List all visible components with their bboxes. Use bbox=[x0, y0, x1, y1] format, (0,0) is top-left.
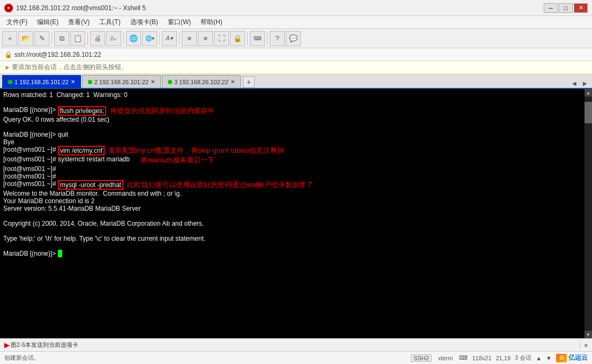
tabs-bar: 1 192.168.26.101:22 ✕ 2 192.168.26.101:2… bbox=[0, 74, 592, 89]
menu-bar: 文件(F) 编辑(E) 查看(V) 工具(T) 选项卡(B) 窗口(W) 帮助(… bbox=[0, 16, 592, 29]
tb-msg[interactable]: 💬 bbox=[286, 31, 301, 46]
term-line-5 bbox=[3, 123, 581, 131]
tb-font[interactable]: A▾ bbox=[162, 31, 177, 46]
scrollbar-thumb[interactable] bbox=[584, 102, 592, 123]
tab-3-label: 3 192.168.26.102:22 bbox=[174, 79, 228, 85]
rows-cols-icon: ⌨ bbox=[459, 354, 468, 361]
menu-view[interactable]: 查看(V) bbox=[64, 17, 94, 28]
tab-3-close[interactable]: ✕ bbox=[231, 79, 235, 85]
terminal-wrapper: Rows matched: 1 Changed: 1 Warnings: 0 M… bbox=[0, 89, 592, 338]
menu-tab[interactable]: 选项卡(B) bbox=[126, 17, 162, 28]
menu-tools[interactable]: 工具(T) bbox=[95, 17, 124, 28]
term-line-17: Copyright (c) 2000, 2014, Oracle, MariaD… bbox=[3, 220, 581, 227]
tb-print[interactable]: 🖨 bbox=[90, 31, 105, 46]
term-line-19: Type 'help;' or '\h' for help. Type '\c'… bbox=[3, 235, 581, 242]
tb-edit[interactable]: ✎ bbox=[34, 31, 49, 46]
scrollbar-track bbox=[584, 96, 592, 331]
terminal[interactable]: Rows matched: 1 Changed: 1 Warnings: 0 M… bbox=[0, 89, 584, 338]
tab-dot-3 bbox=[168, 80, 172, 84]
tabs-next-button[interactable]: ▶ bbox=[580, 78, 590, 88]
status-menu-btn[interactable]: ≡ bbox=[584, 342, 588, 348]
ssh-label: SSH2 bbox=[411, 354, 432, 362]
term-line-12: [root@vms001 ~]# mysql -uroot -predhat 此… bbox=[3, 180, 581, 190]
term-line-6: MariaDB [(none)]> quit bbox=[3, 131, 581, 138]
tb-new[interactable]: ＋ bbox=[2, 31, 17, 46]
term-line-1: Rows matched: 1 Changed: 1 Warnings: 0 bbox=[3, 91, 581, 99]
term-line-11: [root@vms001 ~]# bbox=[3, 173, 581, 180]
tb-separator-3 bbox=[123, 32, 124, 45]
address-text[interactable]: ssh://root@192.168.26.101:22 bbox=[14, 51, 101, 58]
terminal-scrollbar[interactable]: ▲ ▼ bbox=[584, 89, 592, 338]
tb-separator-4 bbox=[159, 32, 160, 45]
tb-separator-1 bbox=[51, 32, 52, 45]
toolbar: ＋ 📂 ✎ ⧉ 📋 🖨 ⎙▾ 🌐 🌐▾ A▾ ⊕ ⊗ ⛶ 🔒 ⌨ ? 💬 bbox=[0, 29, 592, 48]
tab-2[interactable]: 2 192.168.26.101:22 ✕ bbox=[82, 75, 161, 88]
menu-window[interactable]: 窗口(W) bbox=[164, 17, 195, 28]
send-icon: ▶ bbox=[4, 341, 10, 349]
new-session-label: 创建新会话。 bbox=[4, 354, 40, 362]
term-line-14: Your MariaDB connection id is 2 bbox=[3, 197, 581, 205]
term-line-18 bbox=[3, 227, 581, 235]
tb-copy[interactable]: ⧉ bbox=[54, 31, 69, 46]
close-button[interactable]: ✕ bbox=[574, 3, 588, 13]
minimize-button[interactable]: ─ bbox=[544, 3, 558, 13]
session-up-btn[interactable]: ▲ bbox=[536, 355, 542, 361]
bottom-bar: 创建新会话。 SSH2 xterm ⌨ 118x21 21,19 3 会话 ▲ … bbox=[0, 351, 592, 364]
menu-help[interactable]: 帮助(H) bbox=[196, 17, 227, 28]
scroll-up-button[interactable]: ▲ bbox=[584, 89, 592, 96]
tb-fullscreen[interactable]: ⛶ bbox=[214, 31, 229, 46]
menu-edit[interactable]: 编辑(E) bbox=[33, 17, 63, 28]
tb-separator-5 bbox=[179, 32, 180, 45]
tab-1[interactable]: 1 192.168.26.101:22 ✕ bbox=[2, 75, 81, 88]
tb-paste[interactable]: 📋 bbox=[70, 31, 85, 46]
tab-dot-1 bbox=[8, 80, 12, 84]
tab-3[interactable]: 3 192.168.26.102:22 ✕ bbox=[162, 75, 241, 88]
yiyun-text: 亿运云 bbox=[568, 353, 588, 362]
cmd-vim: vim /etc/my.cnf bbox=[58, 146, 105, 155]
tabs-prev-button[interactable]: ◀ bbox=[569, 78, 579, 88]
window-title: 192.168.26.101:22 root@vms001:~ - Xshell… bbox=[16, 4, 544, 12]
maximize-button[interactable]: □ bbox=[559, 3, 573, 13]
term-line-16 bbox=[3, 212, 581, 220]
tb-separator-2 bbox=[87, 32, 88, 45]
cmd-flush: flush privileges; bbox=[58, 106, 107, 116]
term-line-3: MariaDB [(none)]> flush privileges; 将硬盘的… bbox=[3, 106, 581, 116]
tab-2-close[interactable]: ✕ bbox=[151, 79, 155, 85]
term-line-10: [root@vms001 ~]# bbox=[3, 165, 581, 173]
term-line-9: [root@vms001 ~]# systemctl restart maria… bbox=[3, 155, 581, 165]
term-line-13: Welcome to the MariaDB monitor. Commands… bbox=[3, 190, 581, 197]
tb-keyboard[interactable]: ⌨ bbox=[250, 31, 265, 46]
tb-globe2[interactable]: 🌐▾ bbox=[142, 31, 157, 46]
term-line-2 bbox=[3, 99, 581, 106]
status-sep-right bbox=[580, 341, 580, 349]
term-line-4: Query OK, 0 rows affected (0.01 sec) bbox=[3, 116, 581, 123]
term-line-8: [root@vms001 ~]# vim /etc/my.cnf 重新配置my.… bbox=[3, 146, 581, 155]
position-label: 21,19 bbox=[496, 355, 511, 361]
yiyun-logo: 云 亿运云 bbox=[556, 353, 588, 362]
annotation-vim: 重新配置my.cnf配置文件，将skip-grant-tables信息注释掉 bbox=[108, 146, 284, 155]
annotation-restart: 将mariadb服务重启一下 bbox=[140, 155, 214, 165]
tabs-nav: ◀ ▶ bbox=[569, 78, 590, 88]
hint-text: 要添加当前会话，点击左侧的箭头按钮。 bbox=[12, 63, 128, 72]
term-line-21: MariaDB [(none)]> bbox=[3, 250, 581, 257]
tb-separator-6 bbox=[247, 32, 248, 45]
tb-open[interactable]: 📂 bbox=[18, 31, 33, 46]
session-down-btn[interactable]: ▼ bbox=[546, 355, 552, 361]
term-line-20 bbox=[3, 242, 581, 250]
tab-1-close[interactable]: ✕ bbox=[71, 79, 75, 85]
tb-help[interactable]: ? bbox=[270, 31, 285, 46]
scroll-down-button[interactable]: ▼ bbox=[584, 331, 592, 338]
tb-disconnect[interactable]: ⊗ bbox=[198, 31, 213, 46]
window-controls: ─ □ ✕ bbox=[544, 3, 588, 13]
menu-file[interactable]: 文件(F) bbox=[2, 17, 32, 28]
term-line-7: Bye bbox=[3, 138, 581, 146]
tb-print2[interactable]: ⎙▾ bbox=[106, 31, 121, 46]
annotation-mysql: 此时我们便可以使用设置好的密码通过root账户登录数据库了 bbox=[127, 180, 313, 190]
sessions-label: 3 会话 bbox=[515, 354, 531, 362]
yiyun-icon: 云 bbox=[556, 354, 567, 362]
tb-connect[interactable]: ⊕ bbox=[182, 31, 197, 46]
tab-2-label: 2 192.168.26.101:22 bbox=[94, 79, 149, 85]
tb-lock[interactable]: 🔒 bbox=[230, 31, 245, 46]
tb-globe[interactable]: 🌐 bbox=[126, 31, 141, 46]
tab-add-button[interactable]: + bbox=[243, 76, 255, 88]
